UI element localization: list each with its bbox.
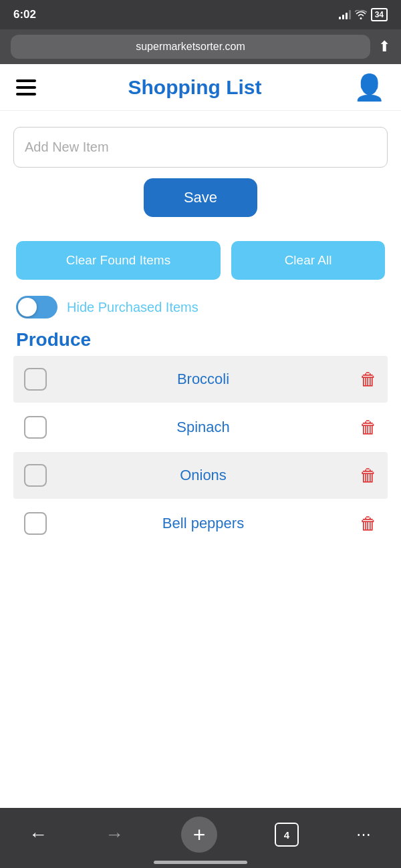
item-name: Spinach <box>47 419 360 436</box>
home-indicator <box>154 861 247 864</box>
main-content: Save Clear Found Items Clear All Hide Pu… <box>0 111 401 547</box>
app-title: Shopping List <box>128 76 262 99</box>
item-checkbox[interactable] <box>24 368 47 391</box>
battery-indicator: 34 <box>371 8 388 21</box>
delete-icon[interactable]: 🗑 <box>360 465 377 486</box>
url-text: supermarketsorter.com <box>136 41 245 53</box>
save-button[interactable]: Save <box>144 178 257 217</box>
delete-icon[interactable]: 🗑 <box>360 369 377 390</box>
produce-section-header: Produce <box>13 329 388 351</box>
status-bar: 6:02 34 <box>0 0 401 29</box>
clear-buttons-row: Clear Found Items Clear All <box>13 241 388 280</box>
item-name: Bell peppers <box>47 515 360 532</box>
browser-bar: supermarketsorter.com ⬆ <box>0 29 401 64</box>
item-name: Broccoli <box>47 371 360 388</box>
item-checkbox[interactable] <box>24 464 47 487</box>
back-button[interactable]: ← <box>29 824 47 845</box>
add-item-input[interactable] <box>13 127 388 168</box>
toggle-knob <box>18 298 37 316</box>
hide-purchased-label: Hide Purchased Items <box>67 300 198 315</box>
list-item: Onions 🗑 <box>13 452 388 499</box>
bottom-nav: ← → + 4 ⋯ <box>0 808 401 868</box>
save-button-wrap: Save <box>13 178 388 217</box>
add-tab-button[interactable]: + <box>181 817 217 853</box>
hamburger-menu-icon[interactable] <box>16 79 36 95</box>
item-name: Onions <box>47 467 360 484</box>
tab-count[interactable]: 4 <box>275 823 299 847</box>
share-icon[interactable]: ⬆ <box>378 38 390 55</box>
item-checkbox[interactable] <box>24 416 47 439</box>
item-checkbox[interactable] <box>24 512 47 535</box>
delete-icon[interactable]: 🗑 <box>360 417 377 438</box>
forward-button[interactable]: → <box>105 824 124 845</box>
signal-icon <box>339 10 351 19</box>
status-time: 6:02 <box>13 8 36 21</box>
delete-icon[interactable]: 🗑 <box>360 513 377 534</box>
list-item: Spinach 🗑 <box>13 404 388 451</box>
wifi-icon <box>355 10 367 19</box>
app-header: Shopping List 👤 <box>0 64 401 111</box>
clear-found-button[interactable]: Clear Found Items <box>16 241 221 280</box>
list-item: Bell peppers 🗑 <box>13 500 388 547</box>
clear-all-button[interactable]: Clear All <box>231 241 385 280</box>
hide-purchased-row: Hide Purchased Items <box>13 296 388 318</box>
status-icons: 34 <box>339 8 388 21</box>
more-options-button[interactable]: ⋯ <box>356 826 372 843</box>
user-profile-icon[interactable]: 👤 <box>354 75 385 100</box>
list-item: Broccoli 🗑 <box>13 356 388 403</box>
url-bar[interactable]: supermarketsorter.com <box>11 35 370 59</box>
shopping-list: Broccoli 🗑 Spinach 🗑 Onions 🗑 Bell peppe… <box>13 356 388 547</box>
hide-purchased-toggle[interactable] <box>16 296 57 318</box>
